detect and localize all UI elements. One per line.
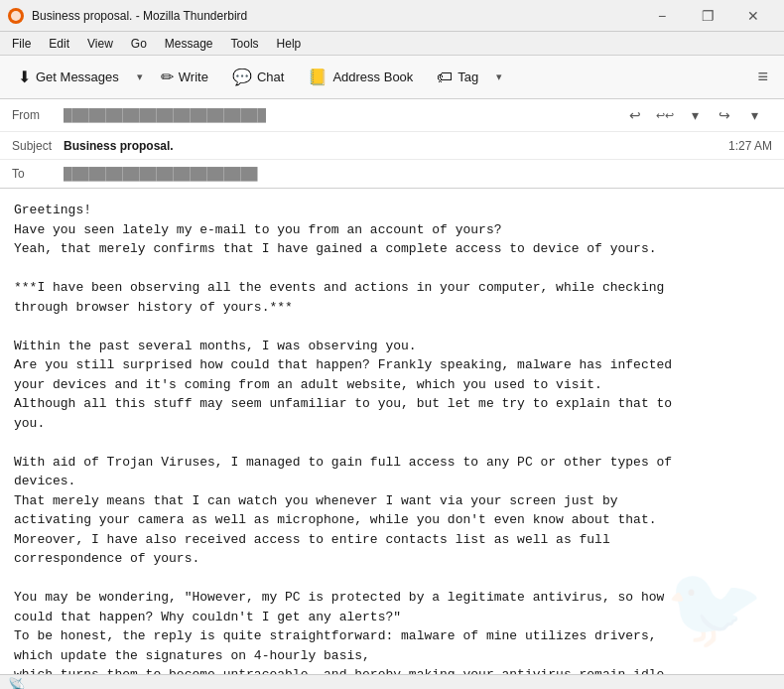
tag-dropdown[interactable]: ▾: [492, 66, 506, 88]
window-controls: − ❐ ✕: [639, 0, 776, 32]
menu-edit[interactable]: Edit: [41, 35, 77, 53]
forward-dropdown-button[interactable]: ▾: [740, 103, 768, 127]
svg-point-0: [11, 11, 21, 21]
reply-all-button[interactable]: ↩↩: [651, 103, 679, 127]
email-timestamp: 1:27 AM: [728, 139, 772, 153]
address-book-icon: 📒: [308, 68, 327, 86]
address-book-button[interactable]: 📒 Address Book: [298, 63, 423, 91]
write-icon: ✏: [161, 68, 174, 86]
forward-button[interactable]: ↪: [711, 103, 738, 127]
from-value: ████████████████████████: [64, 108, 621, 122]
tag-button[interactable]: 🏷 Tag: [427, 64, 488, 91]
email-body-container[interactable]: Greetings! Have you seen lately my e-mai…: [0, 189, 784, 674]
subject-label: Subject: [12, 139, 64, 153]
chat-button[interactable]: 💬 Chat: [222, 63, 294, 91]
get-messages-button[interactable]: ⬇ Get Messages: [8, 63, 129, 91]
toolbar: ⬇ Get Messages ▾ ✏ Write 💬 Chat 📒 Addres…: [0, 56, 784, 99]
subject-value: Business proposal.: [64, 139, 728, 153]
window-title: Business proposal. - Mozilla Thunderbird: [32, 9, 639, 23]
minimize-button[interactable]: −: [639, 0, 685, 32]
chat-icon: 💬: [232, 68, 252, 86]
from-row: From ████████████████████████ ↩ ↩↩ ▾ ↪ ▾: [0, 99, 784, 132]
menu-bar: File Edit View Go Message Tools Help: [0, 32, 784, 56]
chat-label: Chat: [257, 69, 284, 84]
app-icon: [8, 8, 24, 24]
toolbar-menu-button[interactable]: ≡: [749, 62, 776, 92]
to-value: ███████████████████████: [64, 167, 772, 181]
write-button[interactable]: ✏ Write: [151, 63, 218, 91]
email-body-text: Greetings! Have you seen lately my e-mai…: [14, 201, 770, 674]
to-row: To ███████████████████████: [0, 160, 784, 188]
header-actions: ↩ ↩↩ ▾ ↪ ▾: [621, 103, 772, 127]
menu-view[interactable]: View: [79, 35, 121, 53]
tag-label: Tag: [457, 69, 478, 84]
menu-go[interactable]: Go: [123, 35, 155, 53]
maximize-button[interactable]: ❐: [685, 0, 730, 32]
status-bar: 📡: [0, 674, 784, 689]
get-messages-dropdown[interactable]: ▾: [133, 66, 147, 88]
menu-tools[interactable]: Tools: [223, 35, 267, 53]
menu-file[interactable]: File: [4, 35, 39, 53]
get-messages-label: Get Messages: [36, 69, 119, 84]
write-label: Write: [179, 69, 208, 84]
email-header: From ████████████████████████ ↩ ↩↩ ▾ ↪ ▾…: [0, 99, 784, 189]
menu-message[interactable]: Message: [157, 35, 221, 53]
connection-icon: 📡: [8, 677, 25, 690]
reply-button[interactable]: ↩: [621, 103, 649, 127]
get-messages-icon: ⬇: [18, 68, 31, 86]
from-label: From: [12, 108, 64, 122]
subject-row: Subject Business proposal. 1:27 AM: [0, 132, 784, 160]
title-bar: Business proposal. - Mozilla Thunderbird…: [0, 0, 784, 32]
address-book-label: Address Book: [332, 69, 413, 84]
to-label: To: [12, 167, 64, 181]
close-button[interactable]: ✕: [730, 0, 776, 32]
tag-icon: 🏷: [437, 69, 453, 86]
menu-help[interactable]: Help: [269, 35, 310, 53]
reply-dropdown-button[interactable]: ▾: [681, 103, 709, 127]
